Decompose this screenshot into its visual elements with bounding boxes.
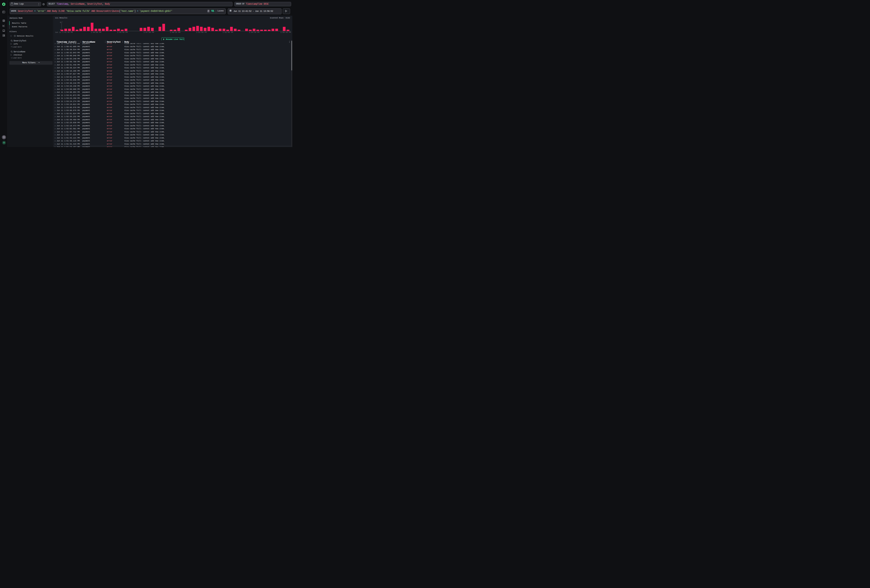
svg-text:?: ? [3, 136, 5, 138]
svg-text:1:54:30 PM: 1:54:30 PM [249, 31, 259, 33]
svg-text:Jun 11 1:41:45 PM: Jun 11 1:41:45 PM [55, 31, 73, 33]
svg-text:1:44:00 PM: 1:44:00 PM [91, 31, 101, 33]
svg-text:1:56:45 PM: 1:56:45 PM [280, 31, 291, 33]
svg-text:1:49:15 PM: 1:49:15 PM [170, 31, 180, 33]
svg-text:U: U [3, 141, 5, 144]
svg-text:1:52:45 PM: 1:52:45 PM [222, 31, 233, 33]
svg-text:1:47:30 PM: 1:47:30 PM [143, 31, 154, 33]
svg-text:8: 8 [60, 22, 61, 24]
svg-text:1:51:00 PM: 1:51:00 PM [196, 31, 207, 33]
svg-text:1:45:45 PM: 1:45:45 PM [117, 31, 128, 33]
